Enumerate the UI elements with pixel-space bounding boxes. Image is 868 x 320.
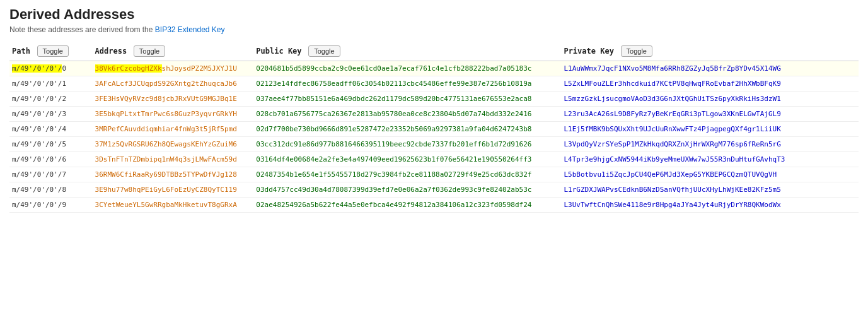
- privkey-header: Private Key Toggle: [561, 42, 859, 61]
- subtitle: Note these addresses are derived from th…: [9, 25, 859, 34]
- privkey-toggle-button[interactable]: Toggle: [621, 45, 652, 57]
- table-row: m/49'/0'/0'/537M1z5QvRGSRU6Zh8QEwagsKEhY…: [9, 137, 859, 152]
- pubkey-cell: 03cc312dc91e86d977b8816466395119beec92cb…: [253, 137, 561, 152]
- pubkey-cell: 03164df4e00684e2a2fe3e4a497409eed1962562…: [253, 152, 561, 167]
- pubkey-cell: 02ae48254926a5b622fe44a5e0efbca4e492f948…: [253, 198, 561, 213]
- pubkey-cell: 02d7f700be730bd9666d891e5287472e23352b50…: [253, 122, 561, 137]
- path-cell: m/49'/0'/0'/1: [9, 76, 93, 92]
- table-body: m/49'/0'/0'/038Vk6rCzcobgHZXkshJoysdPZ2M…: [9, 61, 859, 213]
- path-toggle-button[interactable]: Toggle: [37, 45, 69, 57]
- derived-addresses-table: Path Toggle Address Toggle Public Key To…: [9, 42, 859, 213]
- bip32-link[interactable]: BIP32 Extended Key: [155, 25, 225, 34]
- table-row: m/49'/0'/0'/63DsTnFTnTZDmbipq1nW4q3sjLMw…: [9, 152, 859, 167]
- address-cell: 3E5bkqPLtxtTmrPwc6s8GuzP3yqvrGRkYH: [93, 107, 254, 122]
- table-row: m/49'/0'/0'/43MRPefCAuvddiqmhiar4fnWg3t5…: [9, 122, 859, 137]
- path-cell: m/49'/0'/0'/5: [9, 137, 93, 152]
- address-cell: 36RMW6CfiRaaRy69DTBBz5TYPwDfVJg128: [93, 167, 254, 182]
- privkey-cell: L4Tpr3e9hjgCxNW5944iKb9yeMmeUXWw7wJ55R3n…: [561, 152, 859, 167]
- privkey-cell: L5ZxLMFouZLEr3hhcdkuid7KCtPV8qHwqFRoEvba…: [561, 76, 859, 92]
- pubkey-cell: 02487354b1e654e1f55455718d279c3984fb2ce8…: [253, 167, 561, 182]
- address-toggle-button[interactable]: Toggle: [134, 45, 165, 57]
- privkey-cell: L23ru3AcA26sL9D8FyRz7yBeKrEqGRi3pTLgow3X…: [561, 107, 859, 122]
- address-cell: 3DsTnFTnTZDmbipq1nW4q3sjLMwFAcm59d: [93, 152, 254, 167]
- path-cell: m/49'/0'/0'/8: [9, 182, 93, 198]
- path-cell: m/49'/0'/0'/4: [9, 122, 93, 137]
- pubkey-cell: 0204681b5d5899ccba2c9c0ee61cd0ae1a7ecaf7…: [253, 61, 561, 76]
- privkey-cell: L1AuWWmx7JqcF1NXvo5M8Mfa6RRh8ZGZyJq5BfrZ…: [561, 61, 859, 76]
- table-row: m/49'/0'/0'/736RMW6CfiRaaRy69DTBBz5TYPwD…: [9, 167, 859, 182]
- path-cell: m/49'/0'/0'/0: [9, 61, 93, 76]
- table-row: m/49'/0'/0'/83E9hu77w8hqPEiGyL6FoEzUyCZ8…: [9, 182, 859, 198]
- path-cell: m/49'/0'/0'/6: [9, 152, 93, 167]
- address-cell: 38Vk6rCzcobgHZXkshJoysdPZ2M5JXYJ1U: [93, 61, 254, 76]
- pubkey-toggle-button[interactable]: Toggle: [308, 45, 340, 57]
- privkey-cell: L1rGZDXJWAPvsCEdknB6NzDSanVQfhjUUcXHyLhW…: [561, 182, 859, 198]
- table-row: m/49'/0'/0'/33E5bkqPLtxtTmrPwc6s8GuzP3yq…: [9, 107, 859, 122]
- privkey-cell: L3UvTwftCnQhSWe4118e9r8Hpg4aJYa4Jyt4uRjy…: [561, 198, 859, 213]
- table-row: m/49'/0'/0'/93CYetWeueYL5GwRRgbaMkHketuv…: [9, 198, 859, 213]
- table-row: m/49'/0'/0'/13AFcALcf3JCUqpdS92GXntg2tZh…: [9, 76, 859, 92]
- pubkey-cell: 028cb701a6756775ca26367e2813ab95780ea0ce…: [253, 107, 561, 122]
- path-cell: m/49'/0'/0'/3: [9, 107, 93, 122]
- path-cell: m/49'/0'/0'/9: [9, 198, 93, 213]
- address-cell: 3CYetWeueYL5GwRRgbaMkHketuvT8gGRxA: [93, 198, 254, 213]
- table-row: m/49'/0'/0'/23FE3HsVQyRVzc9d8jcbJRxVUtG9…: [9, 92, 859, 107]
- pubkey-cell: 037aee4f77bb85151e6a469dbdc262d1179dc589…: [253, 92, 561, 107]
- pubkey-header: Public Key Toggle: [253, 42, 561, 61]
- path-header: Path Toggle: [9, 42, 93, 61]
- address-cell: 3MRPefCAuvddiqmhiar4fnWg3t5jRf5pmd: [93, 122, 254, 137]
- privkey-cell: L5bBotbvu1i5ZqcJpCU4QeP6MJd3XepG5YKBEPGC…: [561, 167, 859, 182]
- address-cell: 3AFcALcf3JCUqpdS92GXntg2tZhuqcaJb6: [93, 76, 254, 92]
- table-header-row: Path Toggle Address Toggle Public Key To…: [9, 42, 859, 61]
- privkey-cell: L5mzzGzkLjsucgmoVAoD3d3G6nJXtQGhUiTSz6py…: [561, 92, 859, 107]
- privkey-cell: L3VpdQyVzrSYeSpP1MZkHkqdQRXZnXjHrWXRgM77…: [561, 137, 859, 152]
- pubkey-cell: 02123e14fdfec86758eadff06c3054b02113cbc4…: [253, 76, 561, 92]
- path-cell: m/49'/0'/0'/7: [9, 167, 93, 182]
- address-cell: 3FE3HsVQyRVzc9d8jcbJRxVUtG9MGJBq1E: [93, 92, 254, 107]
- address-cell: 37M1z5QvRGSRU6Zh8QEwagsKEhYzGZuiM6: [93, 137, 254, 152]
- pubkey-cell: 03dd4757cc49d30a4d78087399d39efd7e0e06a2…: [253, 182, 561, 198]
- address-cell: 3E9hu77w8hqPEiGyL6FoEzUyCZ8QyTC119: [93, 182, 254, 198]
- address-header: Address Toggle: [93, 42, 254, 61]
- path-cell: m/49'/0'/0'/2: [9, 92, 93, 107]
- page-title: Derived Addresses: [9, 6, 859, 23]
- table-row: m/49'/0'/0'/038Vk6rCzcobgHZXkshJoysdPZ2M…: [9, 61, 859, 76]
- privkey-cell: L1Ej5fMBK9bSQUxXht9UJcUuRnXwwFTz4Pjagpeg…: [561, 122, 859, 137]
